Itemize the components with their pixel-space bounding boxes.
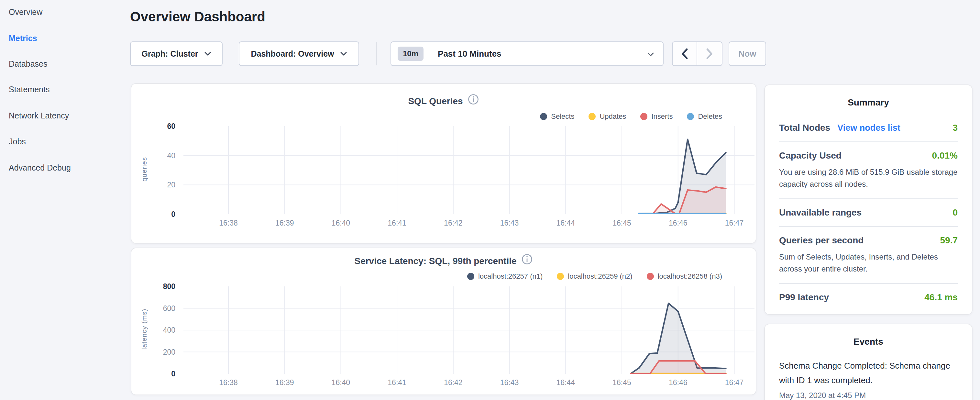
x-tick-label: 16:38 xyxy=(206,219,251,228)
chart-canvas xyxy=(183,287,754,374)
x-tick-label: 16:38 xyxy=(206,378,251,387)
summary-row-value: 59.7 xyxy=(940,235,958,245)
summary-row-value: 0 xyxy=(953,207,958,218)
chart-legend: localhost:26257 (n1)localhost:26259 (n2)… xyxy=(467,271,722,281)
summary-row-value: 0.01% xyxy=(932,150,958,161)
summary-row-label: Capacity Used xyxy=(779,150,842,161)
x-tick-label: 16:44 xyxy=(543,219,588,228)
legend-dot-icon xyxy=(540,113,547,120)
legend-label: localhost:26257 (n1) xyxy=(478,272,542,280)
summary-row-label: Unavailable ranges xyxy=(779,207,862,218)
summary-row-label: Total Nodes xyxy=(779,123,830,133)
graph-dropdown-label: Graph: Cluster xyxy=(142,49,198,59)
sidebar-item-overview[interactable]: Overview xyxy=(9,6,42,18)
x-tick-label: 16:41 xyxy=(374,219,420,228)
summary-row-queries-per-second: Queries per second 59.7 Sum of Selects, … xyxy=(779,227,958,284)
chart-title: Service Latency: SQL, 99th percentile xyxy=(354,256,516,266)
service-latency-chart-card: Service Latency: SQL, 99th percentile lo… xyxy=(131,247,756,395)
x-tick-label: 16:47 xyxy=(712,219,757,228)
legend-item[interactable]: localhost:26258 (n3) xyxy=(647,272,722,280)
time-step-back-button[interactable] xyxy=(673,42,697,65)
x-tick-label: 16:44 xyxy=(543,378,588,387)
sidebar-item-databases[interactable]: Databases xyxy=(9,58,48,70)
y-axis-tick-labels: 0200400600800 xyxy=(146,287,175,374)
chevron-left-icon xyxy=(681,48,689,59)
events-panel: Events Schema Change Completed: Schema c… xyxy=(764,324,972,400)
y-tick-label: 0 xyxy=(146,369,175,379)
dashboard-dropdown-label: Dashboard: Overview xyxy=(251,49,334,59)
chart-plot[interactable] xyxy=(183,287,754,374)
event-timestamp: May 13, 2020 at 4:45 PM xyxy=(779,391,958,400)
legend-item[interactable]: localhost:26259 (n2) xyxy=(557,272,632,280)
x-tick-label: 16:45 xyxy=(599,378,644,387)
now-button[interactable]: Now xyxy=(729,41,766,66)
y-tick-label: 200 xyxy=(146,347,175,357)
legend-dot-icon xyxy=(557,273,564,280)
legend-item[interactable]: Updates xyxy=(589,112,626,121)
x-tick-label: 16:43 xyxy=(487,378,532,387)
summary-row-value: 3 xyxy=(953,123,958,133)
x-tick-label: 16:42 xyxy=(431,378,476,387)
legend-item[interactable]: Deletes xyxy=(687,112,722,121)
graph-dropdown[interactable]: Graph: Cluster xyxy=(130,41,223,66)
sidebar-item-statements[interactable]: Statements xyxy=(9,83,49,95)
summary-row-total-nodes: Total Nodes View nodes list 3 xyxy=(779,119,958,142)
time-step-forward-button[interactable] xyxy=(697,42,722,65)
chevron-down-icon xyxy=(340,51,347,56)
legend-label: localhost:26259 (n2) xyxy=(568,272,632,280)
info-icon[interactable] xyxy=(468,94,479,107)
x-axis-tick-labels: 16:3816:3916:4016:4116:4216:4316:4416:45… xyxy=(183,219,754,229)
x-tick-label: 16:45 xyxy=(599,219,644,228)
sql-queries-chart-card: SQL Queries SelectsUpdatesInsertsDeletes… xyxy=(131,83,756,244)
chart-legend: SelectsUpdatesInsertsDeletes xyxy=(540,112,722,121)
toolbar-divider xyxy=(376,42,377,65)
summary-row-description: Sum of Selects, Updates, Inserts, and De… xyxy=(779,251,958,275)
x-tick-label: 16:46 xyxy=(655,219,701,228)
sidebar-item-jobs[interactable]: Jobs xyxy=(9,135,26,147)
info-icon[interactable] xyxy=(521,253,533,266)
legend-item[interactable]: localhost:26257 (n1) xyxy=(467,272,542,280)
y-axis-tick-labels: 0204060 xyxy=(146,126,175,214)
dashboard-dropdown[interactable]: Dashboard: Overview xyxy=(239,41,359,66)
x-tick-label: 16:46 xyxy=(655,378,701,387)
y-tick-label: 60 xyxy=(146,121,175,131)
legend-dot-icon xyxy=(647,273,654,280)
x-tick-label: 16:41 xyxy=(374,378,420,387)
chart-plot[interactable] xyxy=(183,126,754,214)
events-title: Events xyxy=(779,336,958,347)
x-tick-label: 16:47 xyxy=(712,378,757,387)
event-list-item[interactable]: Schema Change Completed: Schema change w… xyxy=(779,359,958,400)
summary-row-p99-latency: P99 latency 46.1 ms xyxy=(779,284,958,311)
legend-dot-icon xyxy=(687,113,694,120)
summary-row-label: Queries per second xyxy=(779,235,864,245)
chevron-down-icon xyxy=(204,51,211,56)
y-tick-label: 20 xyxy=(146,180,175,190)
legend-dot-icon xyxy=(467,273,474,280)
legend-label: Deletes xyxy=(698,112,722,121)
chart-title-row: Service Latency: SQL, 99th percentile xyxy=(131,253,756,268)
page-title: Overview Dashboard xyxy=(130,9,265,25)
time-range-select[interactable]: 10m Past 10 Minutes xyxy=(390,41,663,66)
x-tick-label: 16:39 xyxy=(262,378,307,387)
legend-label: Updates xyxy=(600,112,626,121)
chart-title-row: SQL Queries xyxy=(131,94,756,108)
summary-title: Summary xyxy=(779,97,958,108)
view-nodes-list-link[interactable]: View nodes list xyxy=(837,123,900,133)
sidebar-item-network-latency[interactable]: Network Latency xyxy=(9,110,69,121)
y-tick-label: 0 xyxy=(146,209,175,219)
summary-row-value: 46.1 ms xyxy=(924,292,958,303)
legend-label: localhost:26258 (n3) xyxy=(658,272,722,280)
sidebar-item-metrics[interactable]: Metrics xyxy=(9,32,37,44)
legend-item[interactable]: Selects xyxy=(540,112,574,121)
x-tick-label: 16:40 xyxy=(318,378,363,387)
y-tick-label: 40 xyxy=(146,151,175,161)
x-tick-label: 16:39 xyxy=(262,219,307,228)
legend-label: Selects xyxy=(551,112,574,121)
now-button-label: Now xyxy=(739,49,756,59)
y-tick-label: 600 xyxy=(146,304,175,313)
summary-row-unavailable-ranges: Unavailable ranges 0 xyxy=(779,199,958,227)
x-tick-label: 16:43 xyxy=(487,219,532,228)
sidebar-item-advanced-debug[interactable]: Advanced Debug xyxy=(9,162,71,174)
legend-item[interactable]: Inserts xyxy=(640,112,673,121)
db-console-app: Overview Metrics Databases Statements Ne… xyxy=(0,0,980,400)
